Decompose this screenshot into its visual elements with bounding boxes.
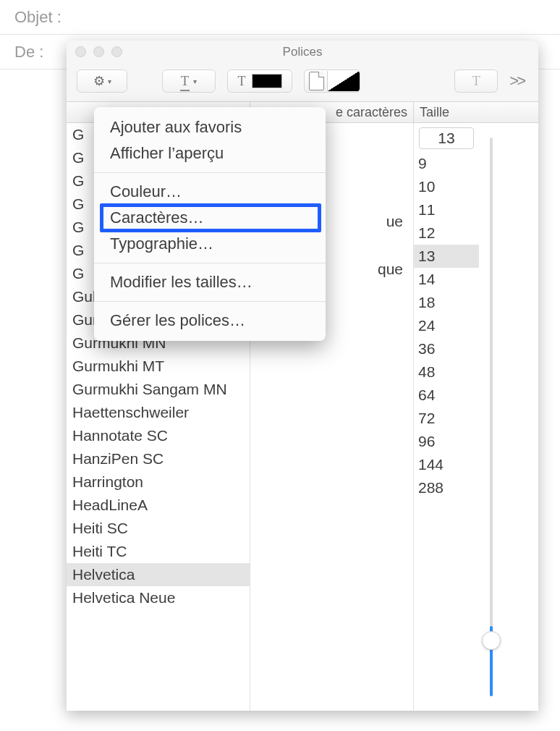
from-label: De :: [14, 43, 43, 62]
subject-row[interactable]: Objet :: [0, 0, 560, 35]
family-item[interactable]: Gurmukhi MT: [67, 355, 250, 378]
toolbar-overflow-button[interactable]: >>: [509, 72, 528, 90]
menu-separator: [94, 301, 326, 302]
titlebar[interactable]: Polices: [67, 41, 538, 64]
menu-separator: [94, 263, 326, 263]
size-item[interactable]: 11: [414, 198, 479, 221]
slider-track: [490, 138, 493, 696]
document-background-button[interactable]: [304, 69, 360, 93]
gear-menu-button[interactable]: ⚙ ▾: [77, 69, 127, 93]
size-item[interactable]: 10: [414, 175, 479, 198]
chevron-down-icon: ▾: [108, 77, 111, 85]
menu-item[interactable]: Modifier les tailles…: [94, 269, 326, 295]
family-item[interactable]: HeadLineA: [67, 494, 250, 517]
sizes-column-header[interactable]: Taille: [414, 101, 538, 123]
family-item[interactable]: Haettenschweiler: [67, 401, 250, 424]
size-item[interactable]: 24: [414, 314, 479, 337]
page-icon: [309, 72, 324, 90]
underline-icon: T: [181, 74, 189, 89]
size-item[interactable]: 9: [414, 152, 479, 175]
sizes-list[interactable]: 9101112131418243648647296144288: [414, 152, 479, 711]
family-item[interactable]: Heiti SC: [67, 517, 250, 540]
size-item[interactable]: 13: [414, 245, 479, 268]
sizes-header-label: Taille: [420, 105, 449, 120]
menu-item[interactable]: Typographie…: [94, 231, 326, 257]
text-color-icon: T: [238, 74, 246, 89]
menu-separator: [94, 172, 326, 173]
menu-item[interactable]: Afficher l’aperçu: [94, 140, 326, 166]
family-item[interactable]: Helvetica Neue: [67, 586, 250, 609]
menu-item[interactable]: Ajouter aux favoris: [94, 114, 326, 140]
family-item[interactable]: Helvetica: [67, 563, 250, 586]
menu-item[interactable]: Caractères…: [94, 205, 326, 231]
traffic-lights: [75, 46, 122, 57]
size-item[interactable]: 72: [414, 407, 479, 430]
background-color-swatch: [327, 71, 360, 91]
size-input[interactable]: [419, 127, 474, 149]
subject-label: Objet :: [14, 8, 61, 27]
close-window-button[interactable]: [75, 46, 86, 57]
size-item[interactable]: 12: [414, 221, 479, 245]
gear-dropdown-menu: Ajouter aux favorisAfficher l’aperçuCoul…: [94, 107, 326, 341]
panel-title: Polices: [283, 45, 323, 59]
size-item[interactable]: 48: [414, 360, 479, 384]
family-item[interactable]: Hannotate SC: [67, 424, 250, 447]
zoom-window-button[interactable]: [111, 46, 122, 57]
slider-thumb[interactable]: [482, 631, 501, 650]
sizes-column: 9101112131418243648647296144288: [414, 123, 538, 711]
styles-header-label: e caractères: [336, 105, 413, 120]
chevron-down-icon: ▾: [193, 77, 197, 85]
size-item[interactable]: 96: [414, 430, 479, 453]
minimize-window-button[interactable]: [93, 46, 104, 57]
gear-icon: ⚙: [93, 73, 105, 89]
family-item[interactable]: Heiti TC: [67, 540, 250, 563]
underline-button[interactable]: T ▾: [162, 69, 216, 93]
size-item[interactable]: 14: [414, 268, 479, 291]
menu-item[interactable]: Gérer les polices…: [94, 308, 326, 334]
family-item[interactable]: HanziPen SC: [67, 447, 250, 470]
size-item[interactable]: 144: [414, 453, 479, 476]
text-effects-icon: T: [472, 74, 480, 89]
size-item[interactable]: 18: [414, 291, 479, 314]
size-slider[interactable]: [479, 123, 504, 711]
text-color-swatch: [252, 74, 282, 88]
family-item[interactable]: Harrington: [67, 470, 250, 494]
family-item[interactable]: Gurmukhi Sangam MN: [67, 378, 250, 401]
size-item[interactable]: 36: [414, 337, 479, 360]
size-item[interactable]: 64: [414, 384, 479, 407]
text-effects-button[interactable]: T: [454, 69, 498, 93]
size-item[interactable]: 288: [414, 476, 479, 499]
menu-item[interactable]: Couleur…: [94, 179, 326, 205]
text-color-button[interactable]: T: [227, 69, 292, 93]
toolbar: ⚙ ▾ T ▾ T T >>: [67, 64, 538, 101]
